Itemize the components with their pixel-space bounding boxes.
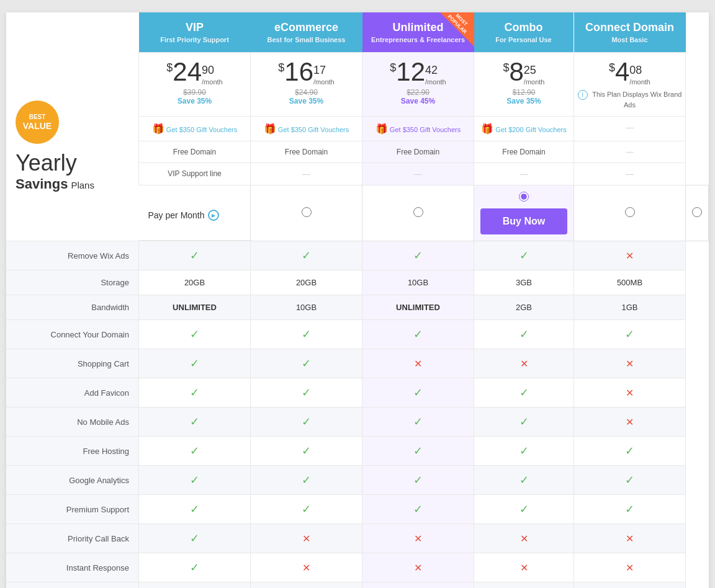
price-cell-connect: $ 4 08 /month i This Plan Displays Wix B… — [574, 53, 686, 117]
gift-ecommerce: 🎁 Get $350 Gift Vouchers — [251, 116, 362, 141]
price-cents-unlimited: 42 — [425, 64, 438, 77]
feature-label-no-mobile-ads: No Mobile Ads — [6, 408, 139, 437]
feature-storage-unlimited: 10GB — [362, 270, 474, 295]
feature-add-favicon-combo: ✓ — [474, 378, 574, 408]
feature-connect-domain-vip: ✓ — [139, 320, 251, 349]
plan-name-ecommerce: eCommerce — [257, 21, 356, 34]
feature-add-favicon-ecommerce: ✓ — [251, 378, 362, 408]
feature-premium-support-unlimited: ✓ — [362, 495, 474, 524]
gift-unlimited: 🎁 Get $350 Gift Vouchers — [362, 116, 474, 141]
feature-google-analytics-connect: ✓ — [574, 466, 686, 495]
feature-remove-ads-unlimited: ✓ — [362, 241, 474, 270]
feature-storage-combo: 3GB — [474, 270, 574, 295]
feature-instant-response-vip: ✓ — [139, 553, 251, 582]
radio-vip[interactable] — [302, 207, 312, 217]
feature-bandwidth-vip: UNLIMITED — [139, 295, 251, 320]
radio-cell-ecommerce[interactable] — [362, 185, 474, 241]
check-red-icon: ✕ — [626, 251, 634, 261]
feature-professional-review-ecommerce: ✕ — [251, 582, 362, 588]
plan-sub-combo: For Personal Use — [480, 36, 567, 43]
radio-combo[interactable] — [625, 207, 635, 217]
feature-connect-domain-combo: ✓ — [474, 320, 574, 349]
feature-instant-response-unlimited: ✕ — [362, 553, 474, 582]
pay-per-month-label: Pay per Month ▶ — [148, 210, 241, 221]
price-cell-combo: $ 8 25 /month $12.90 Save 35% — [474, 53, 574, 117]
feature-free-hosting-combo: ✓ — [474, 437, 574, 466]
feature-label-add-favicon: Add Favicon — [6, 378, 139, 408]
feature-google-analytics-vip: ✓ — [139, 466, 251, 495]
feature-storage-vip: 20GB — [139, 270, 251, 295]
price-cell-unlimited: $ 12 42 /month $22.90 Save 45% — [362, 53, 474, 117]
feature-remove-ads-combo: ✓ — [474, 241, 574, 270]
feature-add-favicon-unlimited: ✓ — [362, 378, 474, 408]
price-save-vip: Save 35% — [142, 97, 247, 105]
feature-premium-support-ecommerce: ✓ — [251, 495, 362, 524]
play-icon[interactable]: ▶ — [208, 210, 219, 221]
feature-label-storage: Storage — [6, 270, 139, 295]
feature-no-mobile-ads-connect: ✕ — [574, 408, 686, 437]
feature-google-analytics-combo: ✓ — [474, 466, 574, 495]
feature-bandwidth-ecommerce: 10GB — [251, 295, 362, 320]
plan-sub-ecommerce: Best for Small Business — [257, 36, 356, 43]
price-save-combo: Save 35% — [477, 97, 570, 105]
feature-shopping-cart-connect: ✕ — [574, 349, 686, 378]
price-save-unlimited: Save 45% — [366, 97, 470, 105]
vipsupport-combo: — — [474, 163, 574, 185]
plan-sub-connect: Most Basic — [580, 36, 680, 43]
price-period-ecommerce: /month — [313, 78, 335, 86]
feature-professional-review-vip: ✓ — [139, 582, 251, 588]
info-icon-connect: i — [578, 90, 588, 100]
feature-instant-response-ecommerce: ✕ — [251, 553, 362, 582]
feature-remove-ads-ecommerce: ✓ — [251, 241, 362, 270]
radio-cell-unlimited[interactable]: Buy Now — [474, 185, 574, 241]
price-period-connect: /month — [629, 78, 650, 86]
yearly-title: Yearly — [16, 150, 77, 176]
check-green-icon: ✓ — [190, 249, 199, 262]
feature-label-professional-review: Professional Site Review — [6, 582, 139, 588]
feature-label-bandwidth: Bandwidth — [6, 295, 139, 320]
feature-label-shopping-cart: Shopping Cart — [6, 349, 139, 378]
price-period-combo: /month — [524, 78, 545, 86]
feature-remove-ads-connect: ✕ — [574, 241, 686, 270]
feature-shopping-cart-ecommerce: ✓ — [251, 349, 362, 378]
plan-header-connect: Connect Domain Most Basic — [574, 12, 686, 53]
feature-add-favicon-vip: ✓ — [139, 378, 251, 408]
radio-connect[interactable] — [692, 207, 702, 217]
price-main-unlimited: 12 — [396, 59, 425, 85]
check-green-icon: ✓ — [413, 249, 423, 262]
radio-cell-connect[interactable] — [686, 185, 709, 241]
feature-storage-connect: 500MB — [574, 270, 686, 295]
gift-connect: — — [574, 116, 686, 141]
plan-sub-vip: First Priority Support — [145, 36, 245, 43]
feature-shopping-cart-vip: ✓ — [139, 349, 251, 378]
radio-ecommerce[interactable] — [413, 207, 423, 217]
freedomain-connect: — — [574, 141, 686, 163]
wix-ads-notice: This Plan Displays Wix Brand Ads — [592, 91, 681, 109]
feature-priority-callback-combo: ✕ — [474, 524, 574, 553]
radio-cell-combo[interactable] — [574, 185, 686, 241]
vipsupport-connect: — — [574, 163, 686, 185]
feature-remove-ads-vip: ✓ — [139, 241, 251, 270]
radio-unlimited[interactable] — [519, 192, 529, 202]
feature-add-favicon-connect: ✕ — [574, 378, 686, 408]
price-period-unlimited: /month — [425, 78, 446, 86]
feature-premium-support-combo: ✓ — [474, 495, 574, 524]
feature-bandwidth-unlimited: UNLIMITED — [362, 295, 474, 320]
feature-storage-ecommerce: 20GB — [251, 270, 362, 295]
vipsupport-ecommerce: — — [251, 163, 362, 185]
radio-cell-vip[interactable] — [251, 185, 362, 241]
price-main-ecommerce: 16 — [284, 59, 313, 85]
feature-label-remove-ads: Remove Wix Ads — [6, 241, 139, 270]
feature-bandwidth-combo: 2GB — [474, 295, 574, 320]
buy-now-button[interactable]: Buy Now — [480, 208, 567, 234]
feature-free-hosting-connect: ✓ — [574, 437, 686, 466]
price-cents-connect: 08 — [629, 64, 642, 77]
feature-no-mobile-ads-vip: ✓ — [139, 408, 251, 437]
feature-label-instant-response: Instant Response — [6, 553, 139, 582]
feature-free-hosting-ecommerce: ✓ — [251, 437, 362, 466]
freedomain-unlimited: Free Domain — [362, 141, 474, 163]
freedomain-vip: Free Domain — [139, 141, 251, 163]
feature-no-mobile-ads-combo: ✓ — [474, 408, 574, 437]
price-cell-ecommerce: $ 16 17 /month $24.90 Save 35% — [251, 53, 362, 117]
plan-name-combo: Combo — [480, 21, 567, 34]
